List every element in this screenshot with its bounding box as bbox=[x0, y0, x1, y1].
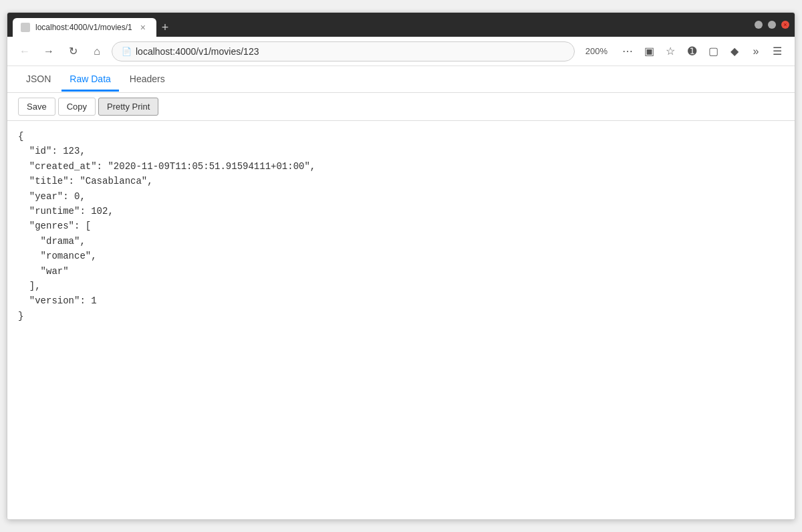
tab-raw-data[interactable]: Raw Data bbox=[61, 68, 118, 92]
tab-headers[interactable]: Headers bbox=[122, 68, 173, 92]
nav-icons: ⋯ ▣ ☆ ➊ ▢ ◆ » ☰ bbox=[618, 42, 787, 61]
response-tabs: JSON Raw Data Headers bbox=[7, 66, 795, 93]
tab-title: localhost:4000/v1/movies/1 bbox=[35, 23, 132, 32]
sync-button[interactable]: ➊ bbox=[682, 42, 701, 61]
new-tab-button[interactable]: + bbox=[156, 18, 174, 37]
tab-json[interactable]: JSON bbox=[18, 68, 59, 92]
extensions-button[interactable]: ◆ bbox=[725, 42, 744, 61]
refresh-button[interactable]: ↻ bbox=[63, 42, 82, 61]
content-area: { "id": 123, "created_at": "2020-11-09T1… bbox=[7, 121, 795, 519]
reader-mode-button[interactable]: ▣ bbox=[640, 42, 658, 61]
copy-button[interactable]: Copy bbox=[58, 98, 96, 116]
json-output: { "id": 123, "created_at": "2020-11-09T1… bbox=[18, 129, 784, 323]
restore-button[interactable]: □ bbox=[768, 21, 776, 29]
nav-bar: ← → ↻ ⌂ 📄 localhost:4000/v1/movies/123 2… bbox=[7, 37, 795, 66]
forward-button[interactable]: → bbox=[39, 42, 58, 61]
back-button[interactable]: ← bbox=[15, 42, 34, 61]
close-button[interactable]: × bbox=[781, 21, 789, 29]
home-button[interactable]: ⌂ bbox=[88, 42, 106, 61]
zoom-level[interactable]: 200% bbox=[580, 46, 613, 56]
pretty-print-button[interactable]: Pretty Print bbox=[98, 98, 158, 116]
save-button[interactable]: Save bbox=[18, 98, 55, 116]
toolbar: Save Copy Pretty Print bbox=[7, 93, 795, 121]
menu-button[interactable]: ☰ bbox=[768, 42, 787, 61]
tab-bar: localhost:4000/v1/movies/1 × + bbox=[13, 13, 749, 37]
window-controls: − □ × bbox=[755, 21, 789, 29]
minimize-button[interactable]: − bbox=[755, 21, 763, 29]
browser-window: localhost:4000/v1/movies/1 × + − □ × ← →… bbox=[7, 12, 795, 520]
address-bar[interactable]: 📄 localhost:4000/v1/movies/123 bbox=[112, 41, 575, 61]
tab-close-icon[interactable]: × bbox=[138, 22, 148, 33]
page-icon: 📄 bbox=[122, 47, 132, 56]
tab-favicon bbox=[21, 23, 30, 32]
more-tools-button[interactable]: ⋯ bbox=[618, 42, 637, 61]
address-text: localhost:4000/v1/movies/123 bbox=[136, 46, 565, 57]
container-button[interactable]: ▢ bbox=[704, 42, 722, 61]
active-tab[interactable]: localhost:4000/v1/movies/1 × bbox=[13, 18, 156, 37]
overflow-button[interactable]: » bbox=[747, 42, 765, 61]
title-bar: localhost:4000/v1/movies/1 × + − □ × bbox=[7, 13, 795, 37]
bookmark-button[interactable]: ☆ bbox=[661, 42, 680, 61]
